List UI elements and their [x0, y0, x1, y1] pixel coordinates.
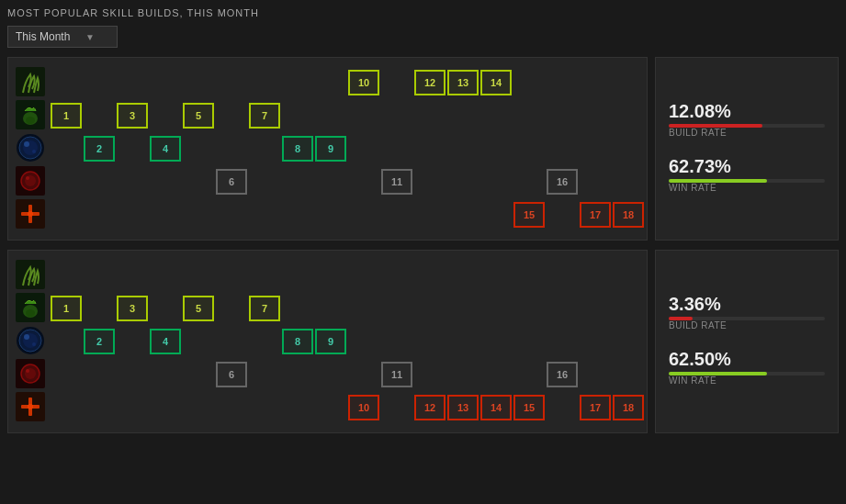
slot-cell-14: 14 [480, 395, 512, 420]
slot-cell-13: 13 [447, 70, 479, 95]
slot-cell-17: 17 [580, 202, 611, 228]
skill-row-2: 2489 [16, 326, 639, 357]
slot-cell-11: 11 [381, 169, 412, 195]
svg-point-16 [28, 211, 33, 217]
build-stats-2: 3.36%Build Rate62.50%Win Rate [655, 250, 839, 433]
orb-icon-row-2 [16, 133, 47, 164]
slot-cell-16: 16 [547, 362, 578, 387]
time-filter-dropdown[interactable]: This Month ▼ [7, 26, 839, 48]
slot-cell-6: 6 [216, 362, 247, 387]
svg-point-12 [26, 176, 29, 180]
build-rate-value: 3.36% [669, 294, 825, 315]
build-stats-1: 12.08%Build Rate62.73%Win Rate [655, 57, 839, 241]
slot-cell-1: 1 [51, 296, 82, 321]
slot-cell-10: 10 [348, 395, 379, 420]
win-rate-label: Win Rate [669, 183, 825, 193]
slot-cell-10: 10 [348, 70, 379, 95]
cross-icon-row-4 [16, 392, 47, 423]
build-chart-2: 1357 2489 61116 10121314151718 [7, 250, 648, 433]
slot-cell-11: 11 [381, 362, 412, 387]
win-rate-label: Win Rate [669, 375, 825, 386]
slot-cell-14: 14 [480, 70, 512, 95]
slot-cell-16: 16 [547, 169, 578, 195]
page-title: MOST POPULAR SKILL BUILDS, THIS MONTH [7, 7, 839, 18]
slot-cell-4: 4 [150, 136, 181, 162]
build-rate-section: 12.08%Build Rate [669, 101, 825, 141]
build-rate-label: Build Rate [669, 320, 825, 330]
slot-cell-4: 4 [150, 329, 181, 354]
slot-cell-18: 18 [613, 202, 644, 228]
skill-row-3: 61116 [16, 359, 639, 390]
slot-cell-8: 8 [282, 136, 313, 162]
build-rate-value: 12.08% [669, 101, 825, 122]
slot-cell-12: 12 [414, 70, 446, 95]
svg-point-25 [32, 342, 36, 346]
slot-cell-9: 9 [315, 136, 346, 162]
slot-cell-7: 7 [249, 296, 280, 321]
slot-cell-2: 2 [84, 136, 115, 162]
slot-cell-8: 8 [282, 329, 313, 354]
build-row-2: 1357 2489 61116 101213141517183.36%Build… [7, 250, 839, 433]
orb-icon-row-2 [16, 326, 47, 357]
svg-point-7 [24, 141, 29, 147]
slot-cell-15: 15 [513, 395, 545, 420]
svg-point-33 [28, 404, 33, 409]
win-rate-value: 62.50% [669, 349, 825, 370]
gem-icon-row-3 [16, 359, 47, 390]
skill-row-1: 1357 [16, 293, 639, 324]
hand-icon-row-1 [16, 293, 47, 324]
chevron-down-icon: ▼ [85, 32, 95, 42]
svg-point-8 [32, 150, 36, 153]
claw-icon-row-0 [16, 67, 47, 98]
svg-point-20 [26, 309, 35, 317]
slot-cell-13: 13 [447, 395, 479, 420]
win-rate-section: 62.50%Win Rate [669, 349, 825, 389]
slot-cell-9: 9 [315, 329, 346, 354]
gem-icon-row-3 [16, 166, 47, 197]
win-rate-value: 62.73% [669, 156, 825, 177]
slot-cell-3: 3 [117, 103, 148, 129]
slot-cell-5: 5 [183, 296, 214, 321]
svg-point-29 [26, 369, 29, 373]
skill-row-1: 1357 [16, 100, 639, 131]
slot-cell-1: 1 [51, 103, 82, 129]
slot-cell-12: 12 [414, 395, 446, 420]
skill-row-4: 10121314151718 [16, 392, 639, 423]
hand-icon-row-1 [16, 100, 47, 131]
svg-point-24 [24, 334, 29, 340]
claw-icon-row-0 [16, 260, 47, 291]
slot-cell-3: 3 [117, 296, 148, 321]
slot-cell-5: 5 [183, 103, 214, 129]
build-chart-1: 10121314 1357 2489 61116 151718 [7, 57, 648, 241]
build-rate-label: Build Rate [669, 128, 825, 138]
skill-row-3: 61116 [16, 166, 639, 197]
skill-row-2: 2489 [16, 133, 639, 164]
build-row-1: 10121314 1357 2489 61116 15171812.08%Bui… [7, 57, 839, 241]
slot-cell-15: 15 [513, 202, 545, 228]
builds-container: 10121314 1357 2489 61116 15171812.08%Bui… [7, 57, 839, 433]
svg-point-3 [26, 117, 35, 124]
win-rate-section: 62.73%Win Rate [669, 156, 825, 196]
slot-cell-6: 6 [216, 169, 247, 195]
slot-cell-17: 17 [580, 395, 611, 420]
slot-cell-7: 7 [249, 103, 280, 129]
skill-row-4: 151718 [16, 199, 639, 230]
skill-row-0: 10121314 [16, 67, 639, 98]
build-rate-section: 3.36%Build Rate [669, 294, 825, 334]
slot-cell-18: 18 [613, 395, 644, 420]
dropdown-label: This Month [16, 30, 70, 43]
cross-icon-row-4 [16, 199, 47, 230]
skill-row-0 [16, 260, 639, 291]
slot-cell-2: 2 [84, 329, 115, 354]
